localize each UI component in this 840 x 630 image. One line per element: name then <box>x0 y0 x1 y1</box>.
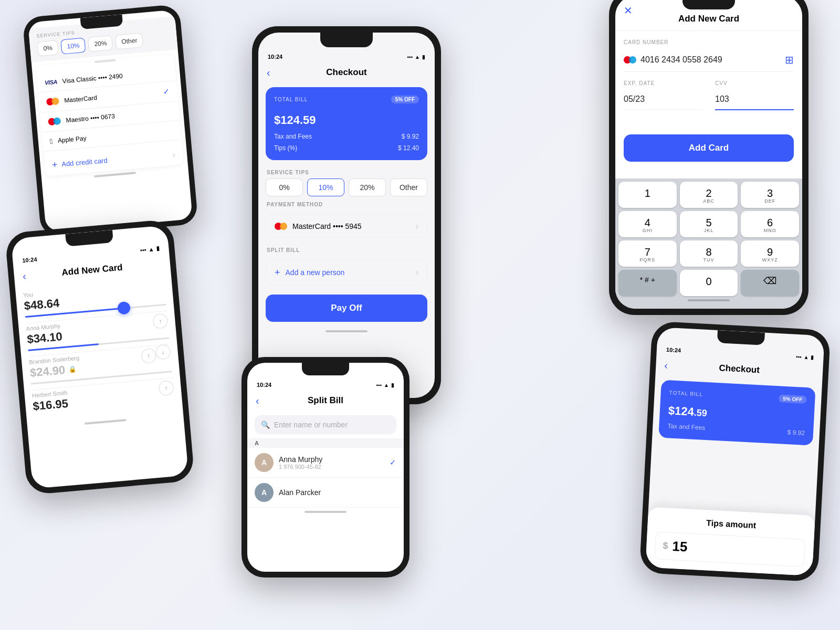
exp-date-value[interactable]: 05/23 <box>624 89 702 110</box>
visa-icon: VISA <box>45 79 58 86</box>
chevron-icon: › <box>416 222 418 231</box>
scan-card-icon[interactable]: ⊞ <box>785 54 794 66</box>
tip-btn-other[interactable]: Other <box>115 33 143 49</box>
key-special[interactable]: * # + <box>618 270 677 296</box>
key-9[interactable]: 9WXYZ <box>741 240 799 267</box>
cvv-field: CVV 103 <box>715 80 794 110</box>
key-5[interactable]: 5JKL <box>680 211 738 237</box>
alpha-header-a: A <box>247 438 404 448</box>
wifi-icon: ▲ <box>148 246 154 253</box>
tip-20[interactable]: 20% <box>349 178 386 196</box>
payment-method-label: PAYMENT METHOD <box>258 196 435 211</box>
card-type-icon <box>624 56 636 64</box>
tip-other[interactable]: Other <box>390 178 427 196</box>
brandon-btn[interactable]: ↑ <box>141 348 156 364</box>
payment-card-label: MasterCard •••• 5945 <box>292 222 362 230</box>
back-button[interactable]: ‹ <box>664 359 668 371</box>
selected-checkmark: ✓ <box>163 87 171 97</box>
brandon-amount: $24.90 <box>29 363 66 380</box>
tip-10[interactable]: 10% <box>307 178 344 196</box>
key-delete[interactable]: ⌫ <box>741 270 799 296</box>
phone-split-search: 10:24 ▪▪▪ ▲ ▮ ‹ Split Bill 🔍 Enter name … <box>242 357 410 578</box>
exp-date-field: EXP. DATE 05/23 <box>624 80 702 110</box>
key-2[interactable]: 2ABC <box>680 182 738 208</box>
tips-amount-input[interactable]: $ 15 <box>654 531 805 567</box>
search-row[interactable]: 🔍 Enter name or number <box>255 415 396 434</box>
search-icon: 🔍 <box>261 421 270 429</box>
mastercard-icon <box>275 222 287 230</box>
lock-icon: 🔒 <box>68 365 77 373</box>
anna-avatar: A <box>255 453 274 472</box>
chevron-icon: › <box>172 150 176 159</box>
add-card-label: Add credit card <box>61 156 108 169</box>
chevron-icon: › <box>416 268 418 277</box>
service-tips-label: SERVICE TIPS <box>258 164 435 178</box>
anna-phone: 1 976 900-45-82 <box>279 464 322 470</box>
phone-checkout-tips: 10:24 ▪▪▪ ▲ ▮ ‹ Checkout TOTAL BILL 5% O… <box>639 321 831 582</box>
signal-icon: ▪▪▪ <box>140 246 146 253</box>
time-display: 10:24 <box>268 54 282 60</box>
payment-method-row[interactable]: MasterCard •••• 5945 › <box>266 215 427 238</box>
discount-badge: 5% OFF <box>779 394 807 404</box>
tips-modal: Tips amount $ 15 <box>645 507 815 576</box>
anna-up-btn[interactable]: ↑ <box>152 313 168 329</box>
tip-0[interactable]: 0% <box>266 178 303 196</box>
tip-btn-0[interactable]: 0% <box>37 40 59 56</box>
signal-icon: ▪▪▪ <box>796 353 802 360</box>
tips-buttons: 0% 10% 20% Other <box>258 178 435 196</box>
battery-icon: ▮ <box>811 354 814 360</box>
add-person-row[interactable]: + Add a new person › <box>266 260 427 285</box>
page-title: Add New Card <box>61 262 123 278</box>
add-card-screen: ✕ Add New Card CARD NUMBER 4016 2434 055… <box>615 0 802 309</box>
anna-amount: $34.10 <box>26 330 62 346</box>
discount-badge: 5% OFF <box>391 96 419 103</box>
key-1[interactable]: 1 <box>618 182 677 208</box>
cvv-display: 103 <box>715 94 729 104</box>
signal-icon: ▪▪▪ <box>407 54 413 60</box>
search-input[interactable]: Enter name or number <box>274 421 348 429</box>
key-0[interactable]: 0 <box>680 270 738 296</box>
battery-icon: ▮ <box>156 245 160 251</box>
key-8[interactable]: 8TUV <box>680 240 738 267</box>
close-button[interactable]: ✕ <box>624 4 633 17</box>
card-number-value[interactable]: 4016 2434 0558 2649 ⊞ <box>624 48 794 72</box>
wifi-icon: ▲ <box>415 54 420 60</box>
maestro-icon <box>48 117 61 126</box>
key-7[interactable]: 7PQRS <box>618 240 677 267</box>
key-4[interactable]: 4GHI <box>618 211 677 237</box>
tip-btn-20[interactable]: 20% <box>88 35 113 52</box>
contact-anna[interactable]: A Anna Murphy 1 976 900-45-82 ✓ <box>247 448 404 478</box>
tips-modal-title: Tips amount <box>656 516 806 533</box>
phone-add-card: ✕ Add New Card CARD NUMBER 4016 2434 055… <box>609 0 808 315</box>
card-apple-label: Apple Pay <box>57 134 87 144</box>
contact-alan[interactable]: A Alan Parcker <box>247 478 404 508</box>
add-card-button[interactable]: Add Card <box>624 134 794 162</box>
anna-selected: ✓ <box>390 458 396 467</box>
tax-row: Tax and Fees $ 9.92 <box>274 133 419 140</box>
card-number-display: 4016 2434 0558 2649 <box>640 55 722 65</box>
time-display: 10:24 <box>666 346 681 353</box>
back-button[interactable]: ‹ <box>256 395 259 407</box>
tips-row: Tips (%) $ 12.40 <box>274 144 419 152</box>
dollar-sign: $ <box>663 540 668 551</box>
wifi-icon: ▲ <box>384 382 389 388</box>
tax-row: Tax and Fees $ 9.92 <box>667 422 805 437</box>
cvv-value[interactable]: 103 <box>715 89 794 110</box>
total-bill-label: TOTAL BILL <box>669 390 703 397</box>
back-button[interactable]: ‹ <box>22 270 27 282</box>
card-mastercard-label: MasterCard <box>64 94 98 104</box>
pay-off-button[interactable]: Pay Off <box>266 295 427 322</box>
page-title: Split Bill <box>308 395 343 406</box>
herbert-btn[interactable]: ↑ <box>158 380 174 396</box>
mastercard-icon <box>46 97 59 106</box>
cvv-label: CVV <box>715 80 794 86</box>
key-6[interactable]: 6MNO <box>741 211 799 237</box>
battery-icon: ▮ <box>422 54 425 60</box>
key-3[interactable]: 3DEF <box>741 182 799 208</box>
anna-name: Anna Murphy <box>279 455 322 464</box>
card-number-field: CARD NUMBER 4016 2434 0558 2649 ⊞ <box>624 39 794 72</box>
tip-btn-10[interactable]: 10% <box>61 38 86 55</box>
back-button[interactable]: ‹ <box>267 67 270 79</box>
bill-card: TOTAL BILL 5% OFF $124.59 Tax and Fees $… <box>266 87 427 160</box>
phone-payment-list: SERVICE TIPS 0% 10% 20% Other VISA Vis <box>22 4 198 238</box>
